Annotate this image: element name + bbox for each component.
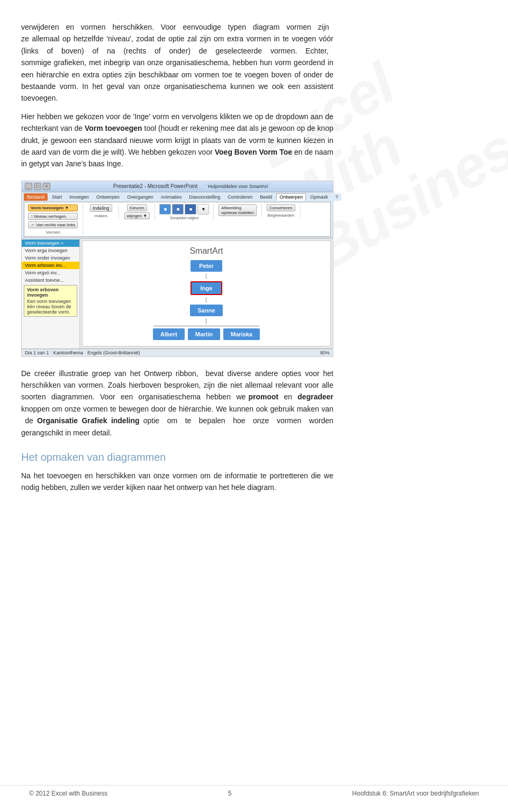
ribbon-group-afbeelding: Afbeeldingopnieuw instellen — [218, 204, 261, 218]
ribbon-btn-indeling[interactable]: Indeling — [90, 204, 112, 212]
main-content: verwijderen en vormen herschikken. Voor … — [21, 21, 333, 494]
ribbon-btn-afbeelding[interactable]: Afbeeldingopnieuw instellen — [219, 204, 256, 216]
statusbar-lang: Engels (Groot-Brittannië) — [87, 350, 140, 355]
ribbon-content: Vorm toevoegen ▼ ↑ Niveau verhogen ↔ Van… — [24, 202, 331, 237]
bold-vorm-toevoegen: Vorm toevoegen — [85, 124, 142, 132]
diagram-area: SmartArt Peter Inge — [82, 240, 331, 346]
ribbon-group-converteren: Converteren Beginwaarden — [266, 204, 301, 218]
screenshot-container: _ □ × Presentatie2 - Microsoft PowerPoin… — [21, 181, 333, 357]
ribbon-group-kleuren: Kleuren wijzigen ▼ — [123, 204, 155, 221]
smartart-style-2[interactable]: ■ — [172, 204, 184, 215]
ribbon-group-indeling: Indeling maken — [87, 204, 119, 218]
tab-invoegen[interactable]: Invoegen — [66, 193, 92, 201]
org-box-albert: Albert — [153, 328, 185, 340]
maximize-btn: □ — [34, 183, 41, 190]
tooltip-title: Vorm erboven invoegen — [27, 287, 74, 298]
tab-overgangen[interactable]: Overgangen — [124, 193, 157, 201]
org-box-inge: Inge — [190, 281, 222, 295]
tab-beeld[interactable]: Beeld — [257, 193, 275, 201]
org-box-peter: Peter — [190, 260, 222, 272]
menu-item-vorm-erboven[interactable]: Vorm erboven inv... — [22, 262, 79, 269]
tab-animaties[interactable]: Animaties — [158, 193, 185, 201]
org-row-sanne: Sanne — [190, 305, 222, 316]
tab-help[interactable]: ? — [332, 193, 341, 201]
org-row-bottom: Albert Martin Mariska — [153, 328, 260, 340]
tab-ontwerpen[interactable]: Ontwerpen — [93, 193, 123, 201]
menu-item-vorm-erga[interactable]: Vorm erga invoegen — [22, 247, 79, 254]
ribbon-group-label-converteren: Beginwaarden — [267, 213, 294, 218]
org-chart: Peter Inge Sanne — [153, 260, 260, 340]
smartart-style-dropdown[interactable]: ▼ — [197, 204, 209, 215]
screenshot-titlebar: _ □ × Presentatie2 - Microsoft PowerPoin… — [22, 181, 333, 192]
tooltip-desc: Een vorm toevoegen één niveau boven de g… — [27, 299, 74, 315]
left-panel-menu: Vorm toevoegen » Vorm erga invoegen Vorm… — [22, 238, 80, 349]
ribbon-group-label-smartart: SmartArt-stijlen — [170, 216, 199, 220]
smartart-style-1[interactable]: ■ — [159, 204, 171, 215]
paragraph-2: Hier hebben we gekozen voor de 'Inge' vo… — [21, 111, 333, 170]
paragraph-1: verwijderen en vormen herschikken. Voor … — [21, 21, 333, 104]
footer-center: 5 — [228, 790, 232, 797]
ribbon-btn-vorm-toevoegen[interactable]: Vorm toevoegen ▼ — [28, 204, 78, 211]
org-row-peter: Peter — [190, 260, 222, 272]
ribbon-group-smartart-stijlen: ■ ■ ■ ▼ SmartArt-stijlen — [159, 204, 214, 220]
statusbar-dia: Dia 1 van 1 — [25, 350, 49, 355]
page-container: ExcelWithBusiness verwijderen en vormen … — [0, 0, 508, 812]
connector-sanne-bottom — [206, 318, 206, 324]
tab-controleren[interactable]: Controleren — [224, 193, 256, 201]
org-box-sanne: Sanne — [190, 305, 222, 316]
ribbon-group-label-vormen: Vormen — [46, 230, 60, 235]
ribbon-btn-wijzigen[interactable]: wijzigen ▼ — [124, 212, 150, 219]
ribbon-area: Bestand Start Invoegen Ontwerpen Overgan… — [22, 192, 333, 238]
paragraph-4: Na het toevoegen en herschikken van onze… — [21, 470, 333, 494]
diagram-title: SmartArt — [189, 246, 223, 256]
tab-bestand[interactable]: Bestand — [24, 193, 48, 201]
paragraph-3: De creëer illustratie groep van het Ontw… — [21, 368, 333, 439]
titlebar-title: Presentatie2 - Microsoft PowerPoint Hulp… — [55, 183, 330, 189]
bold-degradeer: degradeer — [297, 392, 333, 401]
page-footer: © 2012 Excel with Business 5 Hoofdstuk 6… — [0, 785, 508, 801]
smartart-style-3[interactable]: ■ — [185, 204, 196, 215]
ribbon-btn-kleuren[interactable]: Kleuren — [127, 204, 147, 211]
menu-item-vorm-onder[interactable]: Vorm onder invoegen — [22, 254, 79, 262]
statusbar: Dia 1 van 1 Kantoorthema Engels (Groot-B… — [22, 349, 333, 356]
menu-item-vorm-toevoegen[interactable]: Vorm toevoegen » — [22, 239, 79, 247]
statusbar-zoom: 80% — [320, 350, 330, 355]
ribbon-tabs: Bestand Start Invoegen Ontwerpen Overgan… — [24, 193, 331, 201]
connector-peter-inge — [206, 274, 206, 279]
titlebar-buttons: _ □ × — [25, 183, 50, 190]
bold-organisatie-grafiek: Organisatie Grafiek indeling — [37, 416, 139, 425]
close-btn: × — [43, 183, 50, 190]
ribbon-group-vormen: Vorm toevoegen ▼ ↑ Niveau verhogen ↔ Van… — [28, 204, 83, 235]
hline-bottom — [153, 326, 259, 326]
section-heading: Het opmaken van diagrammen — [21, 451, 333, 463]
tab-start[interactable]: Start — [49, 193, 65, 201]
bold-promoot: promoot — [248, 392, 278, 401]
statusbar-theme: Kantoorthema — [53, 350, 84, 355]
tab-diavoorstelling[interactable]: Diavoorstelling — [186, 193, 223, 201]
footer-right: Hoofdstuk 6: SmartArt voor bedrijfsfgraf… — [352, 790, 479, 797]
bold-voeg-boven: Voeg Boven Vorm Toe — [215, 148, 292, 156]
menu-item-assistent[interactable]: Assistent toevoe... — [22, 276, 79, 284]
ribbon-group-label-indeling: maken — [95, 213, 107, 218]
menu-item-vorm-ervo[interactable]: Vorm ergvó inv... — [22, 269, 79, 276]
footer-left: © 2012 Excel with Business — [29, 790, 107, 797]
tab-opmask[interactable]: Opmask — [307, 193, 331, 201]
tooltip-box: Vorm erboven invoegen Een vorm toevoegen… — [24, 285, 77, 317]
org-row-inge: Inge — [190, 281, 222, 295]
minimize-btn: _ — [25, 183, 32, 190]
ppt-main: Vorm toevoegen » Vorm erga invoegen Vorm… — [22, 238, 333, 349]
tab-ontwerpen-smartart[interactable]: Ontwerpen — [276, 193, 306, 201]
ribbon-btn-converteren[interactable]: Converteren — [267, 204, 295, 211]
ribbon-btn-niveau-verhogen[interactable]: ↑ Niveau verhogen — [28, 213, 78, 220]
org-box-martin: Martin — [188, 328, 220, 340]
org-box-mariska: Mariska — [223, 328, 260, 340]
ribbon-btn-van-rechts[interactable]: ↔ Van rechts naar links — [28, 221, 78, 228]
connector-inge-sanne — [206, 297, 206, 302]
